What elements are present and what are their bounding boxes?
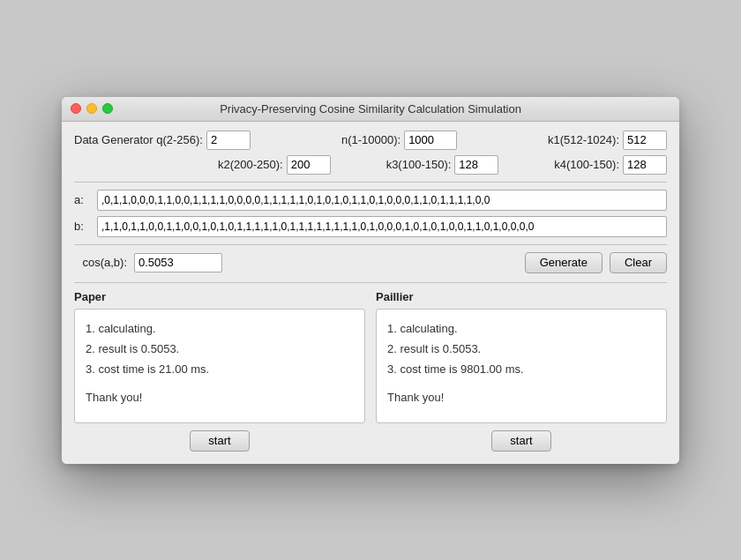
title-bar: Privacy-Preserving Cosine Similarity Cal… [62, 97, 679, 122]
generate-button[interactable]: Generate [525, 252, 603, 273]
paillier-thanks: Thank you! [387, 387, 655, 407]
paper-line-1: 1. calculating. [86, 318, 354, 339]
paillier-panel-title: Paillier [376, 290, 667, 303]
vector-b-row: b: [74, 216, 667, 237]
divider-2 [74, 244, 667, 245]
divider-1 [74, 182, 667, 183]
vector-b-input[interactable] [97, 216, 667, 237]
params-row-1: Data Generator q(2-256): n(1-10000): k1(… [74, 131, 667, 150]
k2-label: k2(200-250): [218, 158, 283, 171]
cos-input[interactable] [134, 253, 222, 273]
panels-row: Paper 1. calculating. 2. result is 0.505… [74, 290, 667, 452]
params-row-2: k2(200-250): k3(100-150): k4(100-150): [74, 155, 667, 175]
k1-input[interactable] [623, 131, 667, 150]
window-title: Privacy-Preserving Cosine Similarity Cal… [220, 102, 521, 116]
k2-group: k2(200-250): [218, 155, 331, 175]
vector-a-label: a: [74, 193, 92, 206]
paper-line-2: 2. result is 0.5053. [86, 339, 354, 359]
k4-group: k4(100-150): [554, 155, 667, 175]
divider-3 [74, 282, 667, 283]
q-input[interactable] [206, 131, 251, 150]
paillier-line-2: 2. result is 0.5053. [387, 339, 655, 359]
k3-label: k3(100-150): [386, 158, 452, 171]
vector-a-row: a: [74, 190, 667, 211]
paper-panel: Paper 1. calculating. 2. result is 0.505… [74, 290, 365, 452]
k4-label: k4(100-150): [554, 158, 619, 171]
n-input[interactable] [404, 131, 457, 150]
k1-label: k1(512-1024): [548, 133, 619, 146]
content-area: Data Generator q(2-256): n(1-10000): k1(… [62, 122, 679, 464]
paillier-panel: Paillier 1. calculating. 2. result is 0.… [376, 290, 667, 452]
cos-label: cos(a,b): [74, 256, 127, 269]
paillier-panel-box: 1. calculating. 2. result is 0.5053. 3. … [376, 309, 667, 423]
paillier-line-1: 1. calculating. [387, 318, 655, 339]
paper-start-button[interactable]: start [190, 430, 249, 452]
paillier-start-button[interactable]: start [491, 430, 550, 452]
q-group: Data Generator q(2-256): [74, 131, 251, 150]
paillier-panel-footer: start [376, 430, 667, 452]
clear-button[interactable]: Clear [610, 252, 667, 273]
main-window: Privacy-Preserving Cosine Similarity Cal… [62, 97, 679, 464]
paillier-line-3: 3. cost time is 9801.00 ms. [387, 359, 655, 379]
k3-group: k3(100-150): [386, 155, 499, 175]
paper-panel-title: Paper [74, 290, 365, 303]
paper-panel-box: 1. calculating. 2. result is 0.5053. 3. … [74, 309, 365, 423]
k4-input[interactable] [623, 155, 667, 175]
n-group: n(1-10000): [341, 131, 457, 150]
paper-panel-footer: start [74, 430, 365, 452]
k2-input[interactable] [287, 155, 331, 175]
paper-line-3: 3. cost time is 21.00 ms. [86, 359, 354, 379]
k1-group: k1(512-1024): [548, 131, 667, 150]
minimize-button[interactable] [86, 103, 97, 114]
vector-a-input[interactable] [97, 190, 667, 211]
traffic-lights [71, 103, 113, 114]
vector-b-label: b: [74, 220, 92, 233]
paper-thanks: Thank you! [86, 387, 354, 407]
q-label: Data Generator q(2-256): [74, 133, 203, 146]
k3-input[interactable] [454, 155, 498, 175]
close-button[interactable] [71, 103, 81, 114]
n-label: n(1-10000): [341, 133, 400, 146]
maximize-button[interactable] [102, 103, 113, 114]
cos-row: cos(a,b): Generate Clear [74, 252, 667, 273]
